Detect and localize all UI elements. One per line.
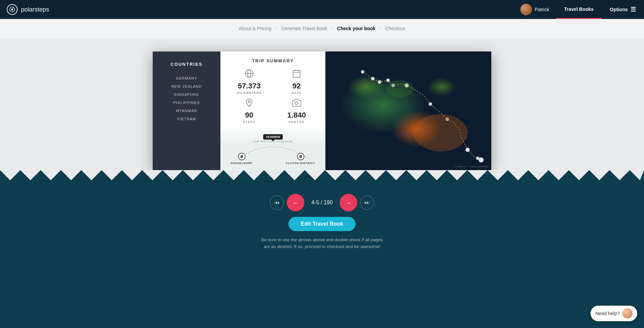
first-page-button[interactable]: ⏮	[270, 196, 284, 210]
last-page-icon: ⏭	[364, 200, 370, 206]
help-label: Need help?	[595, 311, 620, 316]
breadcrumb-about[interactable]: About & Pricing	[239, 26, 272, 31]
trip-summary-page: TRIP SUMMARY 57.373 KILOMETERS	[220, 52, 325, 170]
svg-point-23	[466, 148, 470, 152]
next-page-button[interactable]: →	[340, 194, 357, 211]
list-item: NEW ZEALAND	[171, 84, 202, 88]
countries-title: COUNTRIES	[171, 62, 203, 67]
list-item: GERMANY	[171, 76, 202, 80]
avatar	[520, 4, 532, 15]
steps-label: STEPS	[243, 120, 255, 124]
kilometers-label: KILOMETERS	[237, 91, 262, 95]
help-avatar	[622, 308, 632, 319]
stat-steps: 90 STEPS	[227, 98, 271, 124]
breadcrumb: About & Pricing › Generate Travel Book ›…	[0, 19, 644, 38]
hint-text: Be sure to use the arrows above and doub…	[258, 237, 386, 250]
prev-page-button[interactable]: ←	[287, 194, 304, 211]
list-item: VIETNAM	[171, 117, 202, 121]
calendar-icon	[292, 69, 301, 80]
days-value: 92	[293, 82, 301, 90]
stat-days: 92 DAYS	[275, 69, 319, 95]
furthest-label: FURTHEST POINT FROM HOME	[253, 140, 293, 143]
book-container: COUNTRIES GERMANY NEW ZEALAND SINGAPORE …	[0, 52, 644, 170]
separator-1: ›	[276, 26, 277, 31]
help-button[interactable]: Need help?	[591, 306, 637, 321]
list-item: MYANMAR	[171, 109, 202, 113]
stats-grid: 57.373 KILOMETERS 9	[227, 69, 319, 124]
svg-point-26	[413, 114, 468, 151]
map-page: © Mapbox © OpenStreetMap	[325, 52, 491, 170]
book-spread: COUNTRIES GERMANY NEW ZEALAND SINGAPORE …	[153, 52, 491, 170]
days-label: DAYS	[292, 91, 302, 95]
svg-point-18	[386, 79, 390, 82]
controls-section: ⏮ ← 4-5 / 190 → ⏭ Edit Travel Book Be su…	[0, 180, 644, 277]
distance-visualization: 18.669KM FURTHEST POINT FROM HOME	[220, 126, 325, 170]
distance-arc: 18.669KM FURTHEST POINT FROM HOME	[220, 131, 325, 165]
prev-arrow-icon: ←	[292, 199, 299, 207]
list-item: PHILIPPINES	[171, 101, 202, 105]
page-controls: ⏮ ← 4-5 / 190 → ⏭	[270, 194, 374, 211]
svg-point-15	[361, 70, 364, 74]
breadcrumb-checkout[interactable]: Checkout	[385, 26, 405, 31]
svg-point-25	[479, 158, 484, 162]
breadcrumb-generate[interactable]: Generate Travel Book	[281, 26, 327, 31]
svg-point-1	[11, 8, 13, 11]
app-name[interactable]: polarsteps	[21, 6, 49, 13]
options-nav[interactable]: Options ☰	[602, 0, 644, 19]
user-name: Patrick	[535, 7, 549, 12]
header-nav: Patrick Travel Books Options ☰	[514, 0, 644, 19]
country-list: GERMANY NEW ZEALAND SINGAPORE PHILIPPINE…	[171, 76, 202, 125]
last-page-button[interactable]: ⏭	[360, 196, 374, 210]
list-item: SINGAPORE	[171, 93, 202, 97]
logo-icon[interactable]	[7, 4, 18, 15]
jagged-border	[0, 170, 644, 180]
steps-value: 90	[245, 111, 253, 119]
photos-value: 1.840	[287, 111, 306, 119]
svg-point-10	[295, 102, 298, 105]
countries-page: COUNTRIES GERMANY NEW ZEALAND SINGAPORE …	[153, 52, 220, 170]
page-indicator: 4-5 / 190	[307, 200, 337, 206]
book-preview-section: COUNTRIES GERMANY NEW ZEALAND SINGAPORE …	[0, 38, 644, 180]
photos-label: PHOTOS	[289, 120, 305, 124]
svg-point-21	[429, 102, 432, 106]
separator-3: ›	[380, 26, 381, 31]
svg-point-27	[386, 80, 413, 97]
trip-summary-title: TRIP SUMMARY	[227, 58, 319, 63]
pin-icon	[244, 98, 254, 109]
kilometers-value: 57.373	[238, 82, 260, 90]
camera-icon	[292, 98, 301, 109]
separator-2: ›	[331, 26, 333, 31]
svg-rect-5	[293, 70, 300, 78]
hamburger-icon: ☰	[630, 6, 636, 13]
header: polarsteps Patrick Travel Books Options …	[0, 0, 644, 19]
next-arrow-icon: →	[345, 199, 352, 207]
breadcrumb-check[interactable]: Check your book	[337, 26, 375, 31]
user-profile[interactable]: Patrick	[514, 4, 556, 15]
map-copyright: © Mapbox © OpenStreetMap	[454, 165, 489, 168]
travel-books-nav[interactable]: Travel Books	[556, 0, 602, 19]
stat-kilometers: 57.373 KILOMETERS	[227, 69, 271, 95]
globe-icon	[244, 69, 254, 80]
first-page-icon: ⏮	[274, 200, 280, 206]
distance-badge: 18.669KM	[263, 134, 283, 140]
svg-point-9	[248, 101, 250, 103]
svg-point-16	[371, 77, 374, 80]
route-svg	[325, 52, 491, 170]
svg-point-17	[378, 80, 381, 84]
edit-travel-book-button[interactable]: Edit Travel Book	[288, 217, 355, 231]
stat-photos: 1.840 PHOTOS	[275, 98, 319, 124]
logo-area: polarsteps	[7, 4, 49, 15]
